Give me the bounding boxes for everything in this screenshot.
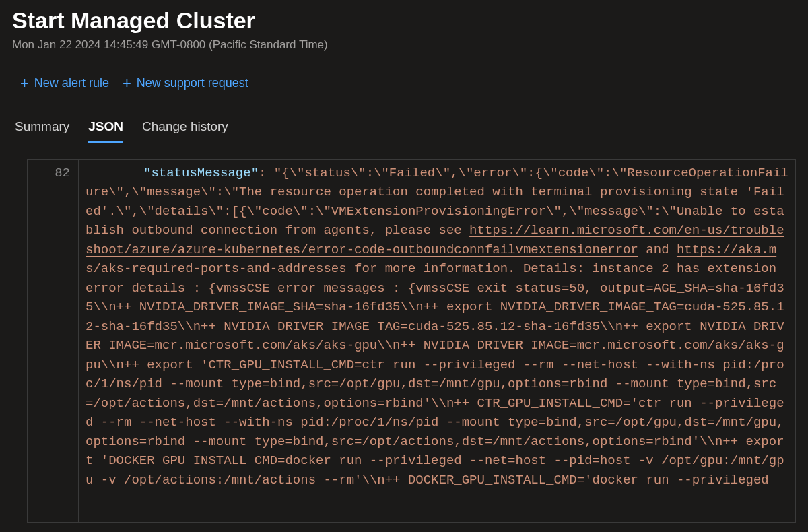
- json-value-part-2: for more information. Details: instance …: [86, 261, 784, 488]
- tab-json[interactable]: JSON: [88, 119, 123, 143]
- json-key: "statusMessage": [143, 166, 259, 180]
- line-number: 82: [33, 164, 70, 183]
- tab-bar: Summary JSON Change history: [12, 119, 796, 143]
- json-value-between: and: [638, 242, 677, 257]
- page-root: Start Managed Cluster Mon Jan 22 2024 14…: [0, 0, 808, 523]
- page-subtitle: Mon Jan 22 2024 14:45:49 GMT-0800 (Pacif…: [12, 38, 796, 52]
- new-support-request-button[interactable]: + New support request: [123, 75, 248, 92]
- new-alert-rule-button[interactable]: + New alert rule: [20, 75, 109, 92]
- tab-change-history[interactable]: Change history: [142, 119, 228, 143]
- line-gutter: 82: [28, 160, 79, 522]
- new-alert-rule-label: New alert rule: [34, 76, 109, 90]
- plus-icon: +: [20, 76, 29, 91]
- tab-summary[interactable]: Summary: [15, 119, 69, 143]
- plus-icon: +: [123, 76, 131, 91]
- json-viewer: 82 "statusMessage": "{\"status\":\"Faile…: [27, 159, 796, 523]
- new-support-request-label: New support request: [137, 76, 248, 90]
- json-code[interactable]: "statusMessage": "{\"status\":\"Failed\"…: [79, 160, 795, 522]
- page-title: Start Managed Cluster: [12, 7, 796, 34]
- toolbar: + New alert rule + New support request: [12, 75, 796, 92]
